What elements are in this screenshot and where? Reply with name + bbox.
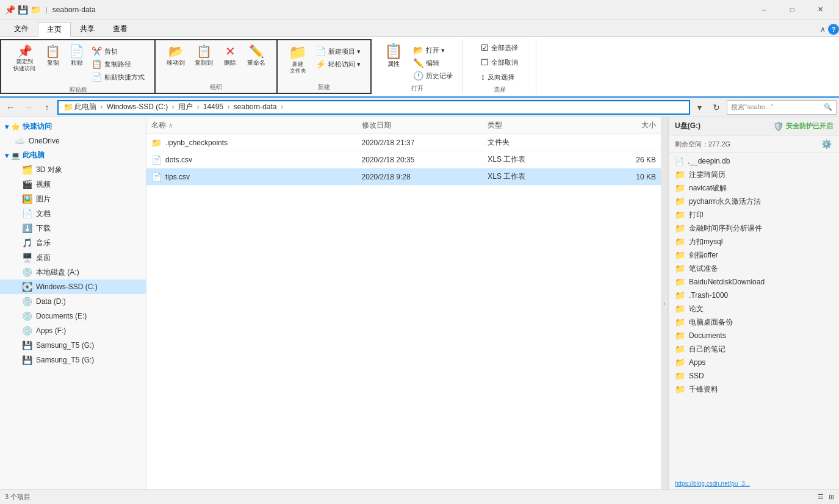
col-header-size[interactable]: 大小 <box>589 120 656 131</box>
window-title: seaborn-data <box>52 5 750 14</box>
csdn-link[interactable]: https://blog.csdn.net/pu_3... <box>669 478 839 489</box>
sidebar-item-onedrive[interactable]: ☁️ OneDrive <box>0 134 146 148</box>
list-item[interactable]: 📁 剑指offer <box>669 248 839 262</box>
up-button[interactable]: ↑ <box>39 99 55 115</box>
sidebar-item-drivef[interactable]: 💿 Apps (F:) <box>0 323 146 338</box>
file-date-cell: 2020/2/18 21:37 <box>362 139 488 147</box>
folder-icon-item11: 📁 <box>675 304 685 314</box>
item-label: 自己的笔记 <box>689 344 726 355</box>
tab-share[interactable]: 共享 <box>71 21 104 36</box>
list-item[interactable]: 📁 千锋资料 <box>669 383 839 396</box>
sidebar-item-drivec[interactable]: 💽 Windows-SSD (C:) <box>0 279 146 294</box>
pin-quickaccess-button[interactable]: 📌 固定到快速访问 <box>9 43 40 74</box>
list-item[interactable]: 📁 .Trash-1000 <box>669 289 839 302</box>
sidebar-header-thispc[interactable]: ▾ 💻 此电脑 <box>0 148 146 162</box>
sidebar-header-quickaccess[interactable]: ▾ ⭐ 快速访问 <box>0 120 146 134</box>
cut-button[interactable]: ✂️ 剪切 <box>89 45 147 57</box>
drivea-icon: 💿 <box>22 267 32 277</box>
close-button[interactable]: ✕ <box>806 0 834 20</box>
panel-collapse-button[interactable]: › <box>661 117 668 489</box>
new-item-button[interactable]: 📄 新建项目 ▾ <box>313 45 363 57</box>
list-item[interactable]: 📁 金融时间序列分析课件 <box>669 221 839 235</box>
sort-arrow-name: ∧ <box>168 122 173 129</box>
grid-view-icon[interactable]: ⊞ <box>829 493 834 501</box>
edit-button[interactable]: ✏️ 编辑 <box>411 57 455 69</box>
item-label: SSD <box>689 372 704 380</box>
sidebar-item-drived[interactable]: 💿 Data (D:) <box>0 294 146 309</box>
col-header-date[interactable]: 修改日期 <box>362 120 488 131</box>
list-view-icon[interactable]: ☰ <box>818 493 824 501</box>
search-box[interactable]: 搜索"seabo..." 🔍 <box>727 100 837 115</box>
list-item[interactable]: 📁 自己的笔记 <box>669 342 839 356</box>
open-button[interactable]: 📂 打开 ▾ <box>411 44 455 56</box>
sidebar-item-3dobjects[interactable]: 🗂️ 3D 对象 <box>0 162 146 177</box>
copy-path-button[interactable]: 📋 复制路径 <box>89 58 147 70</box>
help-icon[interactable]: ? <box>828 24 839 35</box>
list-item[interactable]: 📁 注雯琦简历 <box>669 168 839 181</box>
sidebar-item-pictures[interactable]: 🖼️ 图片 <box>0 192 146 206</box>
table-row[interactable]: 📄 dots.csv 2020/2/18 20:35 XLS 工作表 26 KB <box>146 151 661 168</box>
minimize-button[interactable]: ─ <box>750 0 778 20</box>
paste-button[interactable]: 📄 粘贴 <box>65 43 88 70</box>
move-to-button[interactable]: 📂 移动到 <box>163 43 189 70</box>
select-label: 选择 <box>494 83 506 95</box>
sidebar-item-drivee[interactable]: 💿 Documents (E:) <box>0 309 146 323</box>
breadcrumb: 此电脑 › Windows-SSD (C:) › 用户 › 14495 › se… <box>74 102 285 112</box>
list-item[interactable]: 📁 电脑桌面备份 <box>669 315 839 329</box>
item-label: .__deepin.db <box>688 157 730 165</box>
item-label: 剑指offer <box>689 250 718 261</box>
sidebar-item-desktop[interactable]: 🖥️ 桌面 <box>0 250 146 265</box>
list-item[interactable]: 📁 论文 <box>669 302 839 315</box>
refresh-button[interactable]: ↻ <box>708 99 724 115</box>
sidebar-item-driveg2[interactable]: 💾 Samsung_T5 (G:) <box>0 353 146 367</box>
tab-view[interactable]: 查看 <box>104 21 137 36</box>
ribbon-group-open: 📋 属性 📂 打开 ▾ ✏️ 编辑 🕐 历史记录 打开 <box>372 39 463 94</box>
sidebar-item-downloads[interactable]: ⬇️ 下载 <box>0 221 146 236</box>
table-row[interactable]: 📄 tips.csv 2020/2/18 9:28 XLS 工作表 10 KB <box>146 168 661 185</box>
list-item[interactable]: 📁 BaiduNetdiskDownload <box>669 275 839 289</box>
select-all-button[interactable]: ☑ 全部选择 <box>478 41 520 54</box>
folder-icon-item8: 📁 <box>675 264 685 273</box>
table-row[interactable]: 📁 .ipynb_checkpoints 2020/2/18 21:37 文件夹 <box>146 134 661 151</box>
list-item[interactable]: 📁 SSD <box>669 369 839 383</box>
tab-home[interactable]: 主页 <box>38 22 71 37</box>
rename-button[interactable]: ✏️ 重命名 <box>243 43 269 70</box>
expand-address-button[interactable]: ▾ <box>693 99 706 115</box>
paste-shortcut-button[interactable]: 📄 粘贴快捷方式 <box>89 71 147 83</box>
col-header-name[interactable]: 名称 ∧ <box>151 120 362 131</box>
sidebar-item-drivea[interactable]: 💿 本地磁盘 (A:) <box>0 265 146 279</box>
history-button[interactable]: 🕐 历史记录 <box>411 70 455 82</box>
copy-button[interactable]: 📋 复制 <box>41 43 64 70</box>
tab-file[interactable]: 文件 <box>5 21 38 36</box>
maximize-button[interactable]: □ <box>778 0 806 20</box>
easy-access-button[interactable]: ⚡ 轻松访问 ▾ <box>313 58 363 70</box>
ribbon-group-new: 📁 新建文件夹 📄 新建项目 ▾ ⚡ 轻松访问 ▾ 新建 <box>278 39 372 94</box>
statusbar-right: ☰ ⊞ <box>818 493 834 501</box>
list-item[interactable]: 📁 pycharm永久激活方法 <box>669 195 839 208</box>
list-item[interactable]: 📄 .__deepin.db <box>669 154 839 168</box>
invert-selection-button[interactable]: ↕ 反向选择 <box>478 71 517 83</box>
list-item[interactable]: 📁 力扣mysql <box>669 235 839 248</box>
list-item[interactable]: 📁 笔试准备 <box>669 262 839 275</box>
deselect-all-button[interactable]: ☐ 全部取消 <box>478 56 520 68</box>
sidebar-item-videos[interactable]: 🎬 视频 <box>0 177 146 192</box>
copy-to-button[interactable]: 📋 复制到 <box>191 43 217 70</box>
address-bar-input[interactable]: 📁 此电脑 › Windows-SSD (C:) › 用户 › 14495 › … <box>57 100 690 115</box>
list-item[interactable]: 📁 Documents <box>669 329 839 342</box>
properties-button[interactable]: 📋 属性 <box>379 41 408 71</box>
new-folder-button[interactable]: 📁 新建文件夹 <box>285 43 311 77</box>
list-item[interactable]: 📁 打印 <box>669 208 839 221</box>
sidebar-item-documents[interactable]: 📄 文档 <box>0 206 146 221</box>
ribbon-collapse-icon[interactable]: ∧ <box>820 25 826 34</box>
forward-button[interactable]: → <box>21 99 37 115</box>
item-label: 金融时间序列分析课件 <box>689 223 762 234</box>
delete-button[interactable]: ✕ 删除 <box>219 43 241 70</box>
col-header-type[interactable]: 类型 <box>488 120 588 131</box>
sidebar-item-driveg1[interactable]: 💾 Samsung_T5 (G:) <box>0 338 146 353</box>
sidebar-item-music[interactable]: 🎵 音乐 <box>0 236 146 250</box>
back-button[interactable]: ← <box>2 99 18 115</box>
list-item[interactable]: 📁 Apps <box>669 356 839 369</box>
list-item[interactable]: 📁 navicat破解 <box>669 181 839 195</box>
item-label: .Trash-1000 <box>689 291 728 300</box>
gear-button[interactable]: ⚙️ <box>820 138 833 150</box>
